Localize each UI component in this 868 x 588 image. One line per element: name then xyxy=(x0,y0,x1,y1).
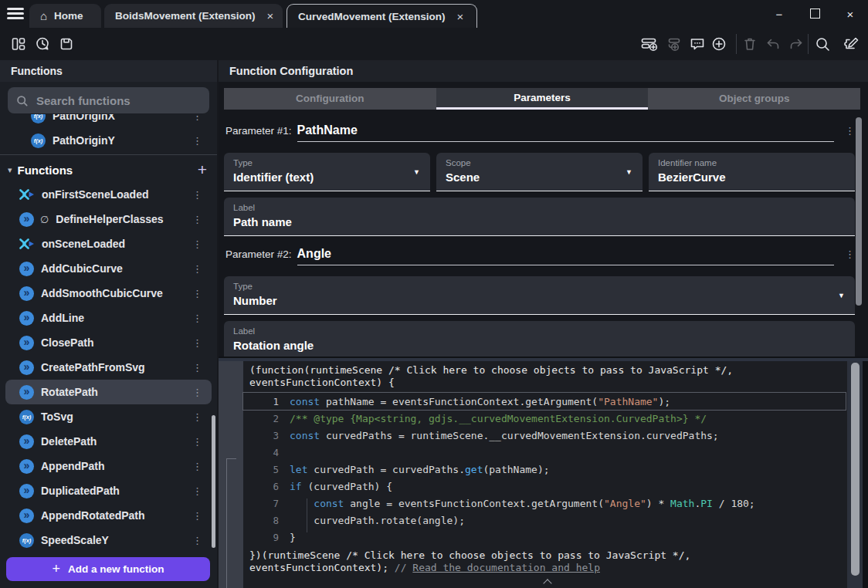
tab-configuration[interactable]: Configuration xyxy=(224,88,436,110)
action-function-icon: » xyxy=(19,434,34,449)
sidebar-item-AppendRotatedPath[interactable]: »AppendRotatedPath⋮ xyxy=(5,503,212,528)
documentation-link[interactable]: Read the documentation and help xyxy=(412,562,600,573)
sidebar-scrollbar[interactable] xyxy=(212,415,215,548)
code-line-9[interactable]: 9} xyxy=(243,529,846,546)
close-tab-icon[interactable]: × xyxy=(457,10,464,23)
sidebar-item-AddLine[interactable]: »AddLine⋮ xyxy=(5,306,212,330)
functions-section-header[interactable]: ▾Functions+ xyxy=(0,157,217,182)
identifier-name-input[interactable]: Identifier name BezierCurve xyxy=(649,153,855,191)
item-menu-icon[interactable]: ⋮ xyxy=(192,288,202,299)
line-number: 2 xyxy=(243,413,290,424)
add-function-icon[interactable]: + xyxy=(198,161,207,179)
version-history-icon[interactable] xyxy=(34,35,51,52)
sidebar-item-DuplicatedPath[interactable]: »DuplicatedPath⋮ xyxy=(5,478,212,503)
save-icon[interactable] xyxy=(58,35,75,52)
code-line-4[interactable]: 4 xyxy=(243,444,846,461)
type-select[interactable]: Type Number ▼ xyxy=(224,276,855,315)
search-functions-input[interactable] xyxy=(35,93,202,108)
item-menu-icon[interactable]: ⋮ xyxy=(192,214,202,225)
sidebar-item-onFirstSceneLoaded[interactable]: onFirstSceneLoaded⋮ xyxy=(5,182,212,207)
tab-boidsmovement-extension[interactable]: BoidsMovement (Extension) × xyxy=(104,4,283,28)
item-menu-icon[interactable]: ⋮ xyxy=(192,238,202,250)
add-event-icon[interactable] xyxy=(640,35,657,52)
sidebar-item-RotatePath[interactable]: »RotatePath⋮ xyxy=(5,380,212,404)
sidebar-item-DeletePath[interactable]: »DeletePath⋮ xyxy=(5,429,212,454)
sidebar-item-AddCubicCurve[interactable]: »AddCubicCurve⋮ xyxy=(5,256,212,281)
titlebar: ⌂ Home BoidsMovement (Extension) × Curve… xyxy=(0,0,868,28)
scope-select[interactable]: Scope Scene ▼ xyxy=(436,153,643,191)
code-header-wrapper[interactable]: (function(runtimeScene /* Click here to … xyxy=(243,361,863,389)
delete-icon[interactable] xyxy=(741,35,758,52)
sidebar-item-PathOriginY[interactable]: f(x)PathOriginY⋮ xyxy=(5,128,212,153)
sidebar-item-AddSmoothCubicCurve[interactable]: »AddSmoothCubicCurve⋮ xyxy=(5,281,212,306)
tab-curvedmovement-extension[interactable]: CurvedMovement (Extension) × xyxy=(287,4,477,28)
item-menu-icon[interactable]: ⋮ xyxy=(192,535,202,546)
item-menu-icon[interactable]: ⋮ xyxy=(192,436,202,448)
item-menu-icon[interactable]: ⋮ xyxy=(192,485,202,497)
item-menu-icon[interactable]: ⋮ xyxy=(192,135,202,147)
item-menu-icon[interactable]: ⋮ xyxy=(192,510,202,522)
code-body[interactable]: (function(runtimeScene /* Click here to … xyxy=(243,361,863,588)
code-line-3[interactable]: 3const curvedPaths = runtimeScene.__curv… xyxy=(243,427,846,444)
sidebar-item-onSceneLoaded[interactable]: onSceneLoaded⋮ xyxy=(5,231,212,256)
add-subevent-icon[interactable] xyxy=(666,35,683,52)
code-line-5[interactable]: 5let curvedPath = curvedPaths.get(pathNa… xyxy=(243,461,846,478)
search-icon[interactable] xyxy=(814,35,831,52)
sidebar-item-ClosePath[interactable]: »ClosePath⋮ xyxy=(5,330,212,355)
label-input[interactable]: Label Rotation angle xyxy=(224,321,855,360)
item-menu-icon[interactable]: ⋮ xyxy=(192,411,202,423)
code-line-7[interactable]: 7 const angle = eventsFunctionContext.ge… xyxy=(243,495,846,512)
main-menu-icon[interactable] xyxy=(7,8,24,20)
indent-guide xyxy=(307,498,307,532)
item-menu-icon[interactable]: ⋮ xyxy=(192,337,202,349)
maximize-button[interactable] xyxy=(797,8,832,21)
code-scrollbar-thumb[interactable] xyxy=(851,363,860,576)
parameters-scrollbar[interactable] xyxy=(856,117,862,306)
tab-parameters[interactable]: Parameters xyxy=(436,88,649,110)
parameter-menu-icon[interactable]: ⋮ xyxy=(845,248,855,260)
sidebar-item-AppendPath[interactable]: »AppendPath⋮ xyxy=(5,454,212,478)
sidebar-item-DefineHelperClasses[interactable]: »∅DefineHelperClasses⋮ xyxy=(5,207,212,231)
parameter-name-field[interactable]: Angle xyxy=(297,247,834,265)
line-number: 8 xyxy=(243,515,290,526)
close-tab-icon[interactable]: × xyxy=(267,9,274,22)
search-functions-box[interactable] xyxy=(8,87,209,113)
code-line-6[interactable]: 6if (curvedPath) { xyxy=(243,478,846,495)
tab-object-groups[interactable]: Object groups xyxy=(648,88,860,110)
minimize-button[interactable]: − xyxy=(761,8,797,21)
undo-icon[interactable] xyxy=(765,35,782,52)
line-number: 5 xyxy=(243,464,290,475)
code-line-2[interactable]: 2/** @type {Map<string, gdjs.__curvedMov… xyxy=(243,410,846,427)
type-select[interactable]: Type Identifier (text) ▼ xyxy=(224,153,430,191)
item-menu-icon[interactable]: ⋮ xyxy=(192,313,202,324)
open-project-manager-icon[interactable] xyxy=(10,35,27,52)
close-window-button[interactable]: × xyxy=(832,8,868,21)
item-menu-icon[interactable]: ⋮ xyxy=(192,263,202,275)
code-scrollbar-track[interactable] xyxy=(847,361,863,588)
parameter-menu-icon[interactable]: ⋮ xyxy=(845,125,855,137)
code-line-1[interactable]: 1const pathName = eventsFunctionContext.… xyxy=(243,393,846,410)
item-menu-icon[interactable]: ⋮ xyxy=(192,387,202,398)
code-line-8[interactable]: 8 curvedPath.rotate(angle); xyxy=(243,512,846,529)
tab-home[interactable]: ⌂ Home xyxy=(29,4,101,28)
expand-code-handle[interactable] xyxy=(544,579,551,586)
event-drag-handle[interactable] xyxy=(219,361,243,588)
edit-extension-icon[interactable] xyxy=(842,35,859,52)
add-comment-icon[interactable] xyxy=(689,35,706,52)
item-menu-icon[interactable]: ⋮ xyxy=(192,362,202,373)
sidebar-item-ToSvg[interactable]: f(x)ToSvg⋮ xyxy=(5,404,212,429)
choose-event-icon[interactable] xyxy=(710,35,727,52)
parameter-name-field[interactable]: PathName xyxy=(297,123,834,142)
sidebar-item-PathOriginX[interactable]: f(x)PathOriginX⋮ xyxy=(5,114,212,128)
item-menu-icon[interactable]: ⋮ xyxy=(192,114,202,122)
redo-icon[interactable] xyxy=(788,35,805,52)
item-menu-icon[interactable]: ⋮ xyxy=(192,461,202,472)
field-label: Scope xyxy=(446,158,633,167)
collapse-caret-icon[interactable]: ▾ xyxy=(8,165,12,175)
label-input[interactable]: Label Path name xyxy=(224,198,855,236)
sidebar-item-CreatePathFromSvg[interactable]: »CreatePathFromSvg⋮ xyxy=(5,355,212,380)
sidebar-item-SpeedScaleY[interactable]: f(x)SpeedScaleY⋮ xyxy=(5,528,212,551)
code-footer-wrapper[interactable]: })(runtimeScene /* Click here to choose … xyxy=(243,549,863,574)
add-function-button[interactable]: + Add a new function xyxy=(6,557,210,581)
item-menu-icon[interactable]: ⋮ xyxy=(192,189,202,201)
